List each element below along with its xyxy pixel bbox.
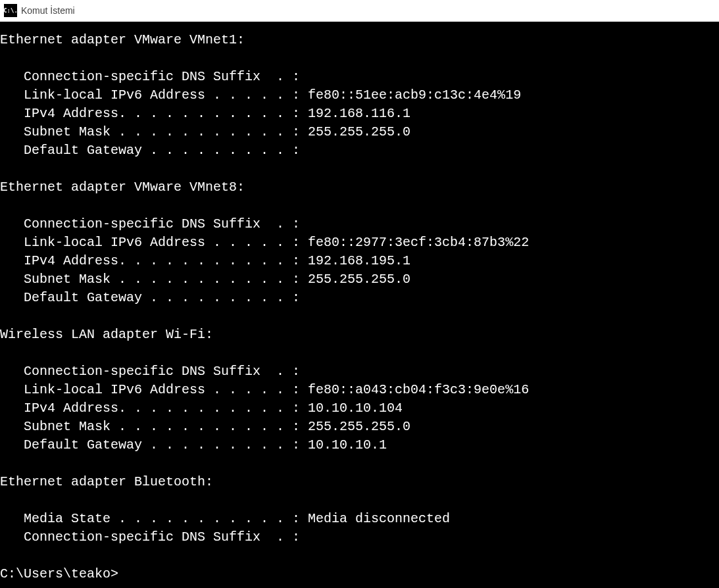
window-title: Komut İstemi bbox=[21, 5, 75, 16]
command-prompt-window: C:\. Komut İstemi Ethernet adapter VMwar… bbox=[0, 0, 719, 588]
terminal-output[interactable]: Ethernet adapter VMware VMnet1: Connecti… bbox=[0, 22, 719, 588]
titlebar[interactable]: C:\. Komut İstemi bbox=[0, 0, 719, 22]
command-prompt-icon-text: C:\. bbox=[3, 8, 18, 14]
command-prompt-icon: C:\. bbox=[4, 4, 17, 17]
